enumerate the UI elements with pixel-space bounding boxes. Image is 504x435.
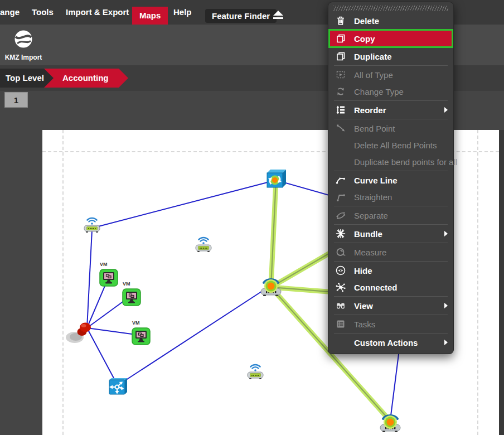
straighten-icon bbox=[335, 191, 346, 202]
menu-help[interactable]: Help bbox=[173, 0, 192, 25]
menu-import-export[interactable]: Import & Export bbox=[66, 0, 129, 25]
device-router[interactable] bbox=[106, 375, 129, 400]
menu-item-view[interactable]: View bbox=[328, 297, 453, 314]
menu-item-hide[interactable]: Hide bbox=[328, 262, 453, 279]
device-vm[interactable]: VM bbox=[131, 327, 151, 347]
menu-item-duplicate-bend-points: Duplicate bend points for all bbox=[328, 153, 453, 170]
trash-icon bbox=[335, 15, 346, 26]
view-icon bbox=[335, 300, 346, 311]
wireless-router-icon bbox=[377, 410, 404, 434]
router-cube-icon bbox=[265, 167, 287, 190]
feature-finder-button[interactable]: Feature Finder bbox=[205, 9, 277, 23]
application-window: ange Tools Import & Export Maps Help Fea… bbox=[0, 0, 504, 435]
vm-icon bbox=[122, 288, 142, 306]
menu-arrange[interactable]: ange bbox=[0, 0, 20, 25]
menu-item-tasks: Tasks bbox=[328, 316, 453, 332]
menu-item-custom-actions[interactable]: Custom Actions bbox=[328, 334, 453, 351]
menu-item-duplicate[interactable]: Duplicate bbox=[328, 48, 453, 65]
menu-item-connected[interactable]: Connected bbox=[328, 279, 453, 296]
submenu-arrow-icon bbox=[444, 340, 448, 345]
vm-icon bbox=[131, 327, 151, 345]
all-of-type-icon bbox=[335, 69, 346, 80]
menu-separator bbox=[334, 261, 448, 262]
menu-item-delete[interactable]: Delete bbox=[328, 12, 453, 29]
device-wireless-ap[interactable] bbox=[193, 234, 214, 257]
submenu-arrow-icon bbox=[444, 107, 448, 113]
separate-icon bbox=[335, 210, 346, 221]
duplicate-icon bbox=[335, 51, 346, 62]
menu-tools[interactable]: Tools bbox=[32, 0, 54, 25]
curve-line-icon bbox=[335, 175, 346, 186]
vm-label: VM bbox=[123, 281, 130, 287]
measure-icon bbox=[335, 246, 346, 258]
menu-item-change-type: Change Type bbox=[328, 83, 453, 100]
device-wireless-router-selected[interactable] bbox=[258, 274, 284, 301]
menu-separator bbox=[334, 296, 448, 297]
connected-icon bbox=[335, 282, 346, 293]
submenu-arrow-icon bbox=[444, 303, 448, 308]
menu-item-reorder[interactable]: Reorder bbox=[328, 102, 453, 118]
menu-separator bbox=[334, 100, 448, 101]
menu-separator bbox=[334, 315, 448, 315]
menu-item-separate: Separate bbox=[328, 207, 453, 224]
globe-icon bbox=[13, 29, 33, 49]
hide-icon bbox=[335, 265, 346, 276]
menu-separator bbox=[334, 171, 448, 171]
menu-item-delete-all-bend-points: Delete All Bend Points bbox=[328, 137, 453, 153]
device-vm[interactable]: VM bbox=[99, 269, 119, 289]
context-menu: Delete Copy Duplicate All of Type Change… bbox=[328, 2, 454, 354]
bend-point-icon bbox=[335, 123, 346, 134]
device-wireless-ap[interactable] bbox=[245, 361, 266, 384]
device-router-cube[interactable] bbox=[265, 167, 287, 192]
menu-maps[interactable]: Maps bbox=[132, 7, 168, 25]
menu-separator bbox=[334, 65, 448, 66]
wireless-router-icon bbox=[258, 274, 284, 298]
menu-separator bbox=[334, 243, 448, 243]
menu-separator bbox=[334, 333, 448, 334]
canvas-right-gutter bbox=[499, 130, 504, 435]
wireless-ap-icon bbox=[81, 215, 103, 235]
device-vm[interactable]: VM bbox=[122, 288, 142, 308]
menu-separator bbox=[334, 119, 448, 119]
menu-drag-handle[interactable] bbox=[333, 6, 448, 11]
device-map-pin[interactable] bbox=[65, 317, 100, 347]
menu-item-bundle[interactable]: Bundle bbox=[328, 225, 453, 242]
menu-separator bbox=[334, 206, 448, 206]
eject-icon[interactable] bbox=[273, 11, 284, 20]
vm-label: VM bbox=[100, 262, 108, 267]
device-wireless-router[interactable] bbox=[377, 410, 404, 435]
change-type-icon bbox=[335, 86, 346, 97]
vm-label: VM bbox=[132, 320, 140, 326]
map-pin-icon bbox=[65, 317, 100, 345]
wireless-ap-icon bbox=[245, 361, 266, 381]
router-icon bbox=[106, 375, 129, 398]
reorder-icon bbox=[335, 104, 346, 115]
menu-item-all-of-type: All of Type bbox=[328, 66, 453, 83]
menu-item-straighten: Straighten bbox=[328, 188, 453, 205]
vm-icon bbox=[99, 269, 119, 287]
menu-item-curve-line[interactable]: Curve Line bbox=[328, 172, 453, 188]
bundle-icon bbox=[335, 228, 346, 239]
submenu-arrow-icon bbox=[444, 231, 448, 236]
menu-item-copy[interactable]: Copy bbox=[328, 29, 453, 48]
kmz-import-label: KMZ Import bbox=[3, 54, 43, 61]
tasks-icon bbox=[335, 318, 346, 330]
menu-item-bend-point: Bend Point bbox=[328, 120, 453, 137]
menu-separator bbox=[334, 224, 448, 225]
kmz-import-button[interactable]: KMZ Import bbox=[3, 28, 43, 62]
copy-icon bbox=[335, 33, 346, 44]
menu-item-measure: Measure bbox=[328, 244, 453, 260]
device-wireless-ap[interactable] bbox=[81, 215, 103, 237]
page-tab-1[interactable]: 1 bbox=[4, 92, 28, 108]
wireless-ap-icon bbox=[193, 234, 214, 254]
